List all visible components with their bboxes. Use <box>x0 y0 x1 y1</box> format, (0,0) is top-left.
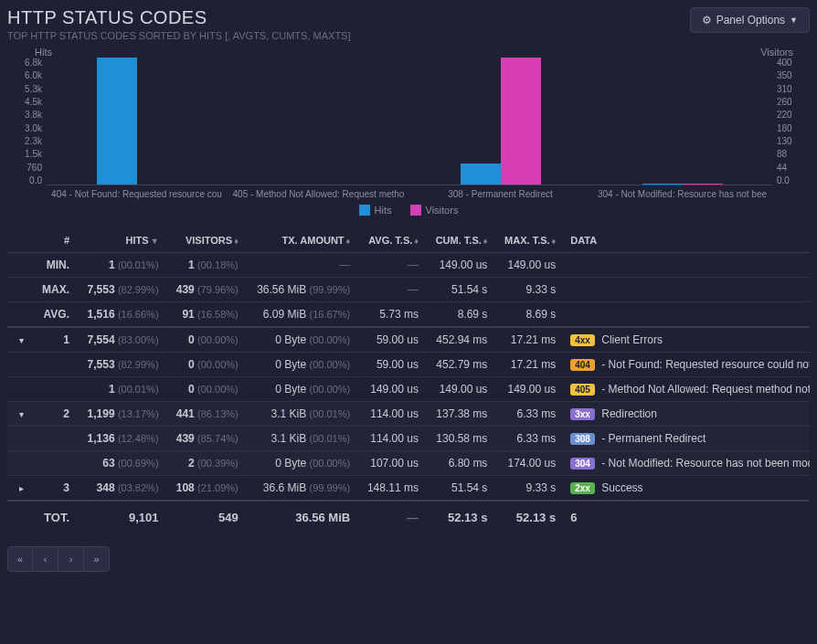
pager-first[interactable]: « <box>7 546 33 572</box>
legend-hits[interactable]: Hits <box>359 205 392 216</box>
expand-toggle <box>7 427 35 451</box>
panel-options-button[interactable]: ⚙ Panel Options ▼ <box>690 7 810 33</box>
hits-bar[interactable] <box>97 58 137 185</box>
cum-cell: 130.58 ms <box>426 427 494 451</box>
hits-bar[interactable] <box>642 184 683 185</box>
avg-cell: 5.73 ms <box>357 302 426 328</box>
visitors-swatch <box>410 205 421 216</box>
tx-cell: 36.56 MiB (99.99%) <box>246 278 357 302</box>
sort-icon: ♦ <box>414 237 419 246</box>
max-cell: 149.00 us <box>494 377 563 402</box>
data-cell: 304 - Not Modified: Resource has not bee… <box>563 451 810 476</box>
pager-next[interactable]: › <box>58 546 84 572</box>
expand-toggle <box>7 353 35 377</box>
sort-icon: ▼ <box>151 237 159 246</box>
avg-cell: 59.00 us <box>357 353 426 377</box>
row-index <box>35 427 77 451</box>
sort-icon: ♦ <box>552 237 557 246</box>
status-badge: 2xx <box>570 482 595 494</box>
chart-legend: Hits Visitors <box>7 205 810 216</box>
hits-cell: 63 (00.69%) <box>77 451 166 476</box>
col-header[interactable]: DATA <box>563 228 810 253</box>
bar-group[interactable] <box>228 58 409 185</box>
cum-cell: 6.80 ms <box>426 451 494 476</box>
visitors-cell: 0 (00.00%) <box>166 353 246 377</box>
bar-group[interactable] <box>409 58 591 185</box>
row-index <box>35 451 77 476</box>
hits-cell: 7,553 (82.99%) <box>77 278 166 302</box>
col-header[interactable]: AVG. T.S.♦ <box>357 228 426 253</box>
col-header[interactable]: # <box>35 228 77 253</box>
table-row: AVG.1,516 (16.66%)91 (16.58%)6.09 MiB (1… <box>7 302 810 328</box>
expand-toggle[interactable]: ▾ <box>7 402 35 427</box>
data-cell: 404 - Not Found: Requested resource coul… <box>563 353 810 377</box>
row-index: 1 <box>35 327 77 353</box>
status-table: #HITS▼VISITORS♦TX. AMOUNT♦AVG. T.S.♦CUM.… <box>7 228 810 530</box>
row-index: MAX. <box>35 278 77 302</box>
row-index: 3 <box>35 476 77 501</box>
expand-toggle <box>7 302 35 328</box>
row-index: 2 <box>35 402 77 427</box>
pager-prev[interactable]: ‹ <box>33 546 58 572</box>
cum-cell: 51.54 s <box>426 476 494 501</box>
status-badge: 304 <box>570 458 595 470</box>
tx-cell: 0 Byte (00.00%) <box>246 353 357 377</box>
status-badge: 405 <box>570 384 595 396</box>
cum-cell: 8.69 s <box>426 302 494 328</box>
sort-icon: ♦ <box>234 237 239 246</box>
max-cell: 17.21 ms <box>494 327 563 353</box>
legend-visitors[interactable]: Visitors <box>410 205 459 216</box>
hits-cell: 1,136 (12.48%) <box>77 427 166 451</box>
data-cell: 405 - Method Not Allowed: Request method… <box>563 377 810 402</box>
expand-toggle[interactable]: ▸ <box>7 476 35 501</box>
tx-cell: 36.6 MiB (99.99%) <box>246 476 357 501</box>
visitors-cell: 439 (79.96%) <box>166 278 246 302</box>
pager-last[interactable]: » <box>84 546 110 572</box>
avg-cell: 59.00 us <box>357 327 426 353</box>
right-axis-label: Visitors <box>760 47 793 58</box>
status-badge: 4xx <box>570 334 595 346</box>
bar-group[interactable] <box>46 58 228 185</box>
cum-cell: 137.38 ms <box>426 402 494 427</box>
expand-toggle[interactable]: ▾ <box>7 327 35 353</box>
page-subtitle: TOP HTTP STATUS CODES SORTED BY HITS [, … <box>7 30 351 41</box>
max-cell: 6.33 ms <box>494 402 563 427</box>
col-header[interactable]: HITS▼ <box>77 228 166 253</box>
hits-cell: 1 (00.01%) <box>77 253 166 278</box>
expand-toggle <box>7 451 35 476</box>
table-row: MIN.1 (00.01%)1 (00.18%)——149.00 us149.0… <box>7 253 810 278</box>
col-header[interactable]: MAX. T.S.♦ <box>494 228 563 253</box>
data-cell <box>563 278 810 302</box>
cum-cell: 149.00 us <box>426 253 494 278</box>
hits-bar[interactable] <box>461 164 501 185</box>
visitors-bar[interactable] <box>683 184 723 185</box>
avg-cell: 107.00 us <box>357 451 426 476</box>
chart-plot-area[interactable] <box>46 58 773 185</box>
visitors-cell: 439 (85.74%) <box>166 427 246 451</box>
totals-row: TOT.9,10154936.56 MiB—52.13 s52.13 s6 <box>7 501 810 530</box>
visitors-cell: 441 (86.13%) <box>166 402 246 427</box>
data-cell: 4xx Client Errors <box>563 327 810 353</box>
tx-cell: 0 Byte (00.00%) <box>246 327 357 353</box>
visitors-cell: 108 (21.09%) <box>166 476 246 501</box>
bar-group[interactable] <box>591 58 773 185</box>
avg-cell: 114.00 us <box>357 427 426 451</box>
chevron-down-icon: ▼ <box>790 16 798 25</box>
visitors-cell: 0 (00.00%) <box>166 327 246 353</box>
visitors-cell: 0 (00.00%) <box>166 377 246 402</box>
visitors-bar[interactable] <box>501 58 541 185</box>
data-cell <box>563 253 810 278</box>
x-label: 308 - Permanent Redirect <box>409 185 591 199</box>
max-cell: 8.69 s <box>494 302 563 328</box>
col-header[interactable]: VISITORS♦ <box>166 228 246 253</box>
x-label: 405 - Method Not Allowed: Request metho <box>228 185 409 199</box>
tx-cell: 0 Byte (00.00%) <box>246 377 357 402</box>
right-axis-ticks: 40035031026022018013088440.0 <box>773 58 810 185</box>
tx-cell: 6.09 MiB (16.67%) <box>246 302 357 328</box>
legend-hits-label: Hits <box>375 205 392 216</box>
cum-cell: 452.94 ms <box>426 327 494 353</box>
visitors-cell: 91 (16.58%) <box>166 302 246 328</box>
row-index: MIN. <box>35 253 77 278</box>
col-header[interactable]: TX. AMOUNT♦ <box>246 228 357 253</box>
col-header[interactable]: CUM. T.S.♦ <box>426 228 494 253</box>
